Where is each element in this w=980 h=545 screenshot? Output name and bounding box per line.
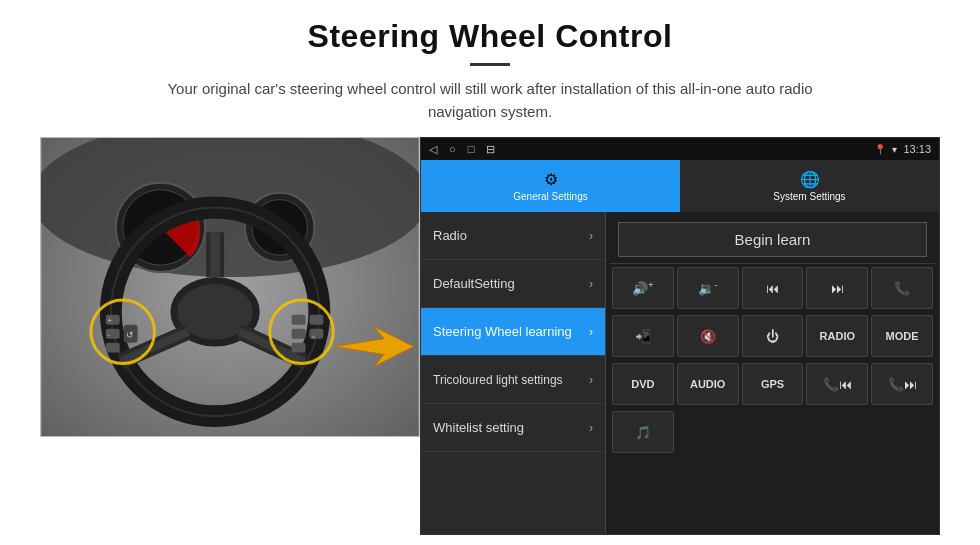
- vol-down-button[interactable]: 🔉-: [677, 267, 739, 309]
- media-button[interactable]: 🎵: [612, 411, 674, 453]
- status-bar: ◁ ○ □ ⊟ 📍 ▾ 13:13: [421, 138, 939, 160]
- menu-item-steering[interactable]: Steering Wheel learning ›: [421, 308, 605, 356]
- home-icon[interactable]: ○: [449, 143, 456, 155]
- phone-next-icon: 📞⏭: [888, 377, 917, 392]
- system-settings-icon: 🌐: [800, 170, 820, 189]
- phone-next-button[interactable]: 📞⏭: [871, 363, 933, 405]
- menu-default-label: DefaultSetting: [433, 276, 515, 291]
- page-title: Steering Wheel Control: [308, 18, 673, 55]
- radio-button[interactable]: RADIO: [806, 315, 868, 357]
- svg-text:-: -: [108, 331, 110, 338]
- dvd-label: DVD: [631, 378, 654, 390]
- chevron-icon-radio: ›: [589, 229, 593, 243]
- menu-tricolour-label: Tricoloured light settings: [433, 373, 563, 387]
- mode-label: MODE: [886, 330, 919, 342]
- general-settings-icon: ⚙: [544, 170, 558, 189]
- recent-icon[interactable]: □: [468, 143, 475, 155]
- device-ui: ◁ ○ □ ⊟ 📍 ▾ 13:13 ⚙ General Settings: [420, 137, 940, 535]
- phone-button[interactable]: 📞: [871, 267, 933, 309]
- title-divider: [470, 63, 510, 66]
- dvd-button[interactable]: DVD: [612, 363, 674, 405]
- menu-steering-label: Steering Wheel learning: [433, 324, 572, 339]
- steering-wheel-image: + - ↺ ⬦: [40, 137, 420, 437]
- menu-item-radio[interactable]: Radio ›: [421, 212, 605, 260]
- back-icon[interactable]: ◁: [429, 143, 437, 156]
- status-bar-right: 📍 ▾ 13:13: [874, 143, 931, 155]
- radio-label: RADIO: [820, 330, 855, 342]
- mute-icon: 🔇: [700, 329, 716, 344]
- chevron-icon-steering: ›: [589, 325, 593, 339]
- control-grid-row1: 🔊+ 🔉- ⏮ ⏭ 📞: [610, 264, 935, 312]
- tab-system[interactable]: 🌐 System Settings: [680, 160, 939, 212]
- vol-up-icon: 🔊+: [632, 280, 653, 296]
- svg-text:+: +: [108, 317, 112, 324]
- menu-column: Radio › DefaultSetting › Steering Wheel …: [421, 212, 606, 534]
- prev-track-button[interactable]: ⏮: [742, 267, 804, 309]
- location-icon: 📍: [874, 144, 886, 155]
- control-panel: Begin learn 🔊+ 🔉- ⏮: [606, 212, 939, 534]
- svg-rect-19: [106, 343, 120, 353]
- phone-prev-button[interactable]: 📞⏮: [806, 363, 868, 405]
- audio-label: AUDIO: [690, 378, 725, 390]
- settings-main: Radio › DefaultSetting › Steering Wheel …: [421, 212, 939, 534]
- svg-rect-25: [292, 315, 306, 325]
- control-grid-row3: DVD AUDIO GPS 📞⏮ 📞⏭: [610, 360, 935, 408]
- tab-bar: ⚙ General Settings 🌐 System Settings: [421, 160, 939, 212]
- vol-down-icon: 🔉-: [698, 280, 717, 296]
- begin-learn-button[interactable]: Begin learn: [618, 222, 927, 257]
- control-grid-row2: 📲 🔇 ⏻ RADIO MODE: [610, 312, 935, 360]
- mode-button[interactable]: MODE: [871, 315, 933, 357]
- answer-icon: 📲: [635, 329, 651, 344]
- power-button[interactable]: ⏻: [742, 315, 804, 357]
- next-track-icon: ⏭: [831, 281, 844, 296]
- gps-label: GPS: [761, 378, 784, 390]
- chevron-icon-whitelist: ›: [589, 421, 593, 435]
- power-icon: ⏻: [766, 329, 779, 344]
- content-row: + - ↺ ⬦: [40, 137, 940, 535]
- status-bar-left: ◁ ○ □ ⊟: [429, 143, 495, 156]
- menu-item-default[interactable]: DefaultSetting ›: [421, 260, 605, 308]
- answer-button[interactable]: 📲: [612, 315, 674, 357]
- time-display: 13:13: [903, 143, 931, 155]
- svg-rect-26: [292, 329, 306, 339]
- tab-general[interactable]: ⚙ General Settings: [421, 160, 680, 212]
- menu-icon[interactable]: ⊟: [486, 143, 495, 156]
- menu-item-whitelist[interactable]: Whitelist setting ›: [421, 404, 605, 452]
- svg-rect-27: [292, 343, 306, 353]
- tab-general-label: General Settings: [513, 191, 588, 202]
- svg-text:↺: ↺: [126, 330, 134, 340]
- wifi-icon: ▾: [892, 144, 897, 155]
- begin-learn-row: Begin learn: [610, 216, 935, 264]
- menu-radio-label: Radio: [433, 228, 467, 243]
- mute-button[interactable]: 🔇: [677, 315, 739, 357]
- media-icon: 🎵: [635, 425, 651, 440]
- gps-button[interactable]: GPS: [742, 363, 804, 405]
- audio-button[interactable]: AUDIO: [677, 363, 739, 405]
- menu-whitelist-label: Whitelist setting: [433, 420, 524, 435]
- menu-item-tricolour[interactable]: Tricoloured light settings ›: [421, 356, 605, 404]
- page: Steering Wheel Control Your original car…: [0, 0, 980, 545]
- phone-prev-icon: 📞⏮: [823, 377, 852, 392]
- vol-up-button[interactable]: 🔊+: [612, 267, 674, 309]
- tab-system-label: System Settings: [773, 191, 845, 202]
- control-grid-row4: 🎵: [610, 408, 935, 456]
- svg-rect-28: [309, 315, 323, 325]
- next-track-button[interactable]: ⏭: [806, 267, 868, 309]
- svg-text:⬦: ⬦: [311, 332, 316, 341]
- chevron-icon-tricolour: ›: [589, 373, 593, 387]
- page-subtitle: Your original car's steering wheel contr…: [140, 78, 840, 123]
- phone-icon: 📞: [894, 281, 910, 296]
- prev-track-icon: ⏮: [766, 281, 779, 296]
- chevron-icon-default: ›: [589, 277, 593, 291]
